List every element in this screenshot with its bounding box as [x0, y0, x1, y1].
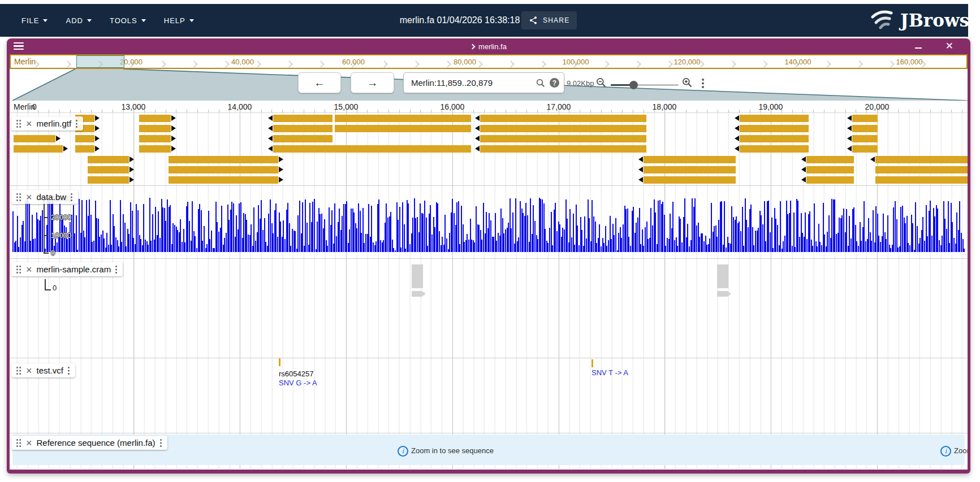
gtf-feature[interactable] [169, 176, 278, 184]
gtf-feature[interactable] [852, 135, 878, 142]
track-close-icon[interactable]: × [26, 367, 32, 375]
bigwig-plot[interactable] [12, 198, 965, 252]
gtf-feature[interactable] [14, 135, 55, 142]
ruler-minor-tick [17, 110, 18, 112]
overview-chevron-icon [192, 59, 197, 69]
gtf-feature[interactable] [169, 166, 278, 173]
overview-selected-region[interactable] [76, 55, 124, 68]
track-kebab-menu-icon[interactable] [115, 265, 118, 274]
gtf-feature[interactable] [806, 156, 854, 163]
gtf-feature[interactable] [806, 166, 854, 173]
gtf-feature[interactable] [740, 135, 809, 142]
gtf-feature[interactable] [14, 145, 63, 153]
track-divider [10, 185, 968, 186]
gtf-feature[interactable] [139, 125, 171, 132]
gtf-feature-arrow-right-icon [95, 125, 100, 131]
search-help-icon[interactable]: ? [550, 78, 559, 88]
gtf-feature[interactable] [169, 156, 278, 163]
cram-read-pair[interactable] [717, 264, 728, 288]
drag-handle-icon[interactable] [16, 366, 21, 375]
gtf-feature[interactable] [88, 156, 129, 163]
gtf-feature[interactable] [740, 115, 809, 122]
gtf-feature[interactable] [273, 135, 333, 142]
gtf-feature[interactable] [644, 176, 736, 184]
track-close-icon[interactable]: × [26, 193, 32, 201]
pan-left-button[interactable]: ← [298, 72, 341, 93]
cram-read[interactable] [717, 291, 727, 297]
location-input[interactable] [410, 77, 536, 88]
drag-handle-icon[interactable] [16, 119, 21, 128]
gtf-feature[interactable] [644, 166, 736, 173]
view-kebab-menu-icon[interactable] [702, 78, 704, 88]
gtf-feature[interactable] [480, 125, 646, 132]
minimize-icon[interactable] [915, 47, 922, 49]
zoom-slider-thumb[interactable] [629, 81, 638, 89]
cram-read[interactable] [412, 291, 422, 297]
bigwig-axis-tick [44, 235, 49, 236]
track-kebab-menu-icon[interactable] [71, 193, 73, 202]
pan-right-button[interactable]: → [351, 72, 394, 93]
gtf-feature[interactable] [852, 125, 878, 132]
gtf-feature[interactable] [335, 115, 471, 122]
zoom-slider[interactable] [611, 84, 679, 86]
zoom-in-icon[interactable] [681, 77, 693, 90]
gtf-feature[interactable] [480, 135, 646, 142]
view-menu-icon[interactable] [14, 42, 24, 50]
share-button[interactable]: SHARE [521, 11, 577, 29]
ruler-minor-tick [802, 110, 803, 112]
gtf-feature[interactable] [88, 166, 129, 173]
track-kebab-menu-icon[interactable] [76, 119, 78, 128]
ruler-minor-tick [442, 110, 442, 112]
gtf-feature[interactable] [740, 125, 809, 132]
ruler-clipped-tick: 0 [32, 102, 37, 111]
track-close-icon[interactable]: × [26, 266, 32, 273]
cram-read-pair[interactable] [412, 264, 423, 288]
track-kebab-menu-icon[interactable] [68, 366, 70, 375]
ruler-minor-tick [559, 110, 559, 112]
gtf-feature[interactable] [88, 176, 129, 184]
gtf-feature[interactable] [75, 145, 94, 153]
gtf-feature[interactable] [740, 145, 809, 153]
gtf-feature[interactable] [875, 176, 968, 184]
ruler-minor-tick [866, 110, 867, 112]
ruler-minor-tick [176, 110, 176, 112]
close-icon[interactable]: ✕ [946, 40, 953, 52]
gtf-feature[interactable] [75, 135, 94, 142]
gtf-feature[interactable] [273, 145, 471, 153]
gtf-feature[interactable] [139, 115, 171, 122]
overview-scalebar[interactable]: Merlin 20,00040,00060,00080,000100,00012… [10, 54, 968, 69]
gtf-feature[interactable] [480, 115, 646, 122]
gtf-feature[interactable] [875, 156, 968, 163]
gtf-feature[interactable] [875, 166, 968, 173]
gtf-feature[interactable] [273, 125, 333, 132]
bigwig-bar [314, 199, 315, 252]
ruler-minor-tick [388, 110, 389, 112]
gtf-feature[interactable] [480, 145, 646, 153]
menu-file[interactable]: FILE [21, 16, 48, 25]
search-icon[interactable] [536, 78, 546, 88]
track-close-icon[interactable]: × [26, 120, 32, 128]
gtf-feature[interactable] [139, 135, 171, 142]
gtf-feature[interactable] [806, 176, 854, 184]
region-ruler[interactable]: Merlin 0 13,00014,00015,00016,00017,0001… [10, 101, 968, 113]
gtf-feature[interactable] [644, 156, 736, 163]
track-close-icon[interactable]: × [26, 439, 32, 447]
gtf-feature[interactable] [852, 145, 878, 153]
ruler-minor-tick [707, 110, 707, 112]
menu-tools[interactable]: TOOLS [110, 16, 146, 25]
gtf-feature[interactable] [335, 125, 471, 132]
cram-coverage-axis [45, 279, 51, 290]
menu-add[interactable]: ADD [66, 16, 91, 25]
gtf-feature[interactable] [852, 115, 878, 122]
ruler-minor-tick [144, 110, 145, 112]
vcf-variant-tick[interactable] [279, 358, 280, 366]
drag-handle-icon[interactable] [16, 193, 21, 201]
track-kebab-menu-icon[interactable] [160, 438, 162, 448]
drag-handle-icon[interactable] [16, 265, 21, 273]
drag-handle-icon[interactable] [16, 438, 21, 447]
gtf-feature[interactable] [273, 115, 333, 122]
zoom-out-icon[interactable] [595, 77, 607, 90]
menu-help[interactable]: HELP [164, 16, 194, 25]
gtf-feature[interactable] [139, 145, 171, 153]
vcf-variant-tick[interactable] [592, 359, 593, 367]
